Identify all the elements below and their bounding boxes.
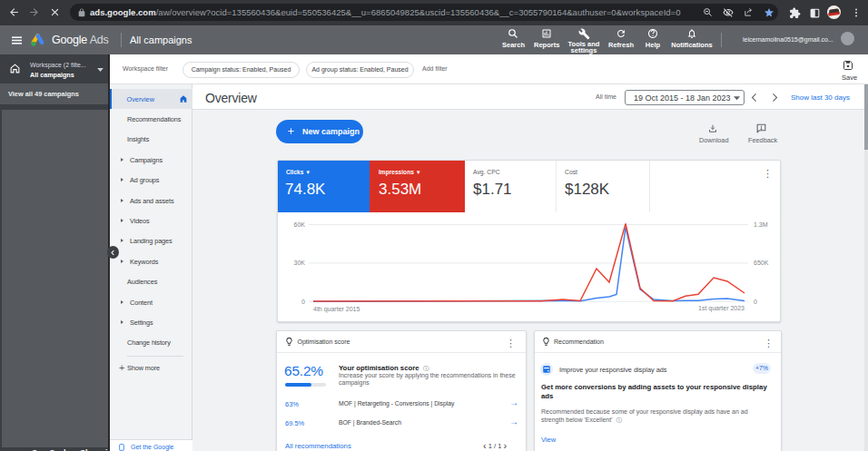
svg-text:650K: 650K [754, 260, 769, 266]
svg-text:1st quarter 2023: 1st quarter 2023 [698, 305, 745, 312]
svg-text:0: 0 [754, 299, 757, 305]
svg-text:60K: 60K [294, 221, 306, 228]
svg-text:30K: 30K [294, 260, 306, 266]
svg-text:0: 0 [301, 299, 305, 305]
svg-text:4th quarter 2015: 4th quarter 2015 [313, 306, 360, 313]
svg-text:1.3M: 1.3M [754, 221, 768, 228]
